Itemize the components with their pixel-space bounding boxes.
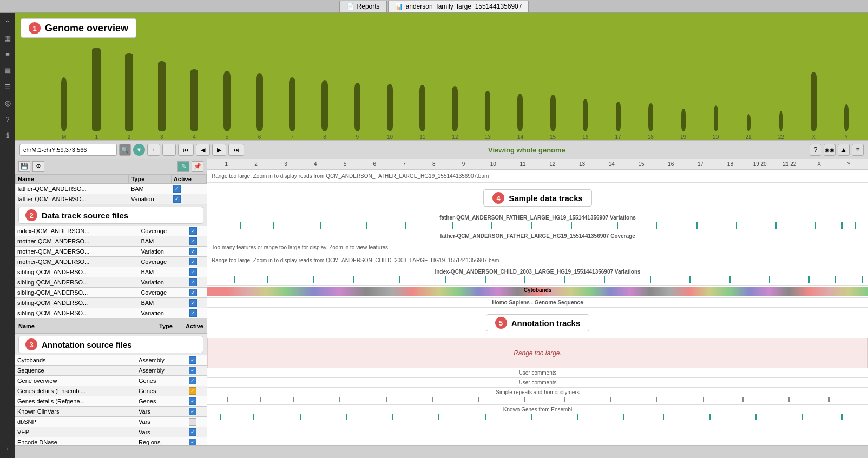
active-checkbox[interactable]: ✓	[189, 289, 197, 296]
table-row: sibling-QCM_ANDERSO... Coverage ✓	[15, 288, 207, 298]
chrom-10[interactable]: 10	[373, 84, 406, 140]
help-btn[interactable]: ?	[810, 144, 821, 156]
zoom-out-btn[interactable]: −	[162, 144, 175, 156]
go-next-btn[interactable]: ▶	[212, 144, 226, 156]
child-variation-ticks	[207, 275, 868, 284]
tab-bar: 📄 Reports 📊 anderson_family_large_155144…	[0, 0, 868, 13]
active-checkbox[interactable]: ✓	[189, 356, 196, 364]
chromosomes-area: M 1 2 3	[48, 40, 863, 140]
data-track-section-label: 2 Data track source files	[18, 207, 203, 224]
expand-btn[interactable]: ▲	[838, 144, 850, 156]
sidebar-icon-question[interactable]: ?	[2, 113, 14, 125]
location-input[interactable]	[19, 144, 117, 156]
active-checkbox[interactable]: ✓	[189, 439, 196, 445]
sidebar-icon-home[interactable]: ⌂	[2, 16, 14, 28]
sidebar-icon-chart[interactable]: ▦	[2, 32, 14, 44]
chrom-19[interactable]: 19	[667, 109, 699, 140]
active-checkbox[interactable]: ✓	[189, 367, 196, 374]
active-checkbox[interactable]: ✓	[189, 268, 197, 276]
ruler-mark: 17	[686, 161, 715, 167]
chrom-22[interactable]: 22	[765, 111, 797, 140]
chrom-12[interactable]: 12	[439, 86, 471, 140]
sidebar-icon-doc[interactable]: ≡	[2, 48, 14, 60]
chrom-3[interactable]: 3	[146, 61, 178, 140]
pin-btn[interactable]: 📌	[192, 161, 203, 172]
chrom-13[interactable]: 13	[471, 91, 504, 140]
active-checkbox[interactable]: ✓	[189, 408, 196, 415]
chrom-M[interactable]: M	[48, 77, 80, 140]
chrom-15[interactable]: 15	[537, 95, 569, 140]
active-checkbox[interactable]: ✓	[189, 387, 196, 395]
ruler-mark: 9	[449, 161, 478, 167]
ruler-mark: X	[804, 161, 834, 167]
ruler-mark: 13	[567, 161, 597, 167]
content-area: 1 Genome overview M 1 2	[15, 13, 868, 458]
chrom-1[interactable]: 1	[80, 48, 113, 140]
chrom-X[interactable]: X	[797, 72, 830, 140]
chrom-17[interactable]: 17	[602, 102, 634, 140]
known-genes-ensembl-track: Known Genes from Ensembl	[207, 405, 868, 422]
chrom-2[interactable]: 2	[113, 53, 145, 140]
sample-data-tracks-header: 4 Sample data tracks	[207, 183, 868, 213]
table-row: father-QCM_ANDERSO... BAM ✓	[16, 184, 207, 194]
table-row: Encode DNase Regions ✓	[15, 437, 207, 446]
sidebar-icon-info[interactable]: ℹ	[2, 129, 14, 141]
father-coverage-track: father-QCM_ANDERSON_FATHER_LARGE_HG19_15…	[207, 231, 868, 241]
active-checkbox[interactable]: ✓	[173, 185, 181, 193]
audio-btn[interactable]: ◉◉	[824, 144, 836, 156]
save-btn[interactable]: 💾	[18, 161, 30, 172]
active-checkbox[interactable]: ✓	[173, 195, 181, 203]
chrom-6[interactable]: 6	[243, 73, 275, 140]
chrom-18[interactable]: 18	[634, 103, 667, 140]
sidebar-icon-list[interactable]: ☰	[2, 81, 14, 92]
active-checkbox[interactable]: ✓	[189, 299, 197, 307]
data-track-table: Name Type Active father-QCM_ANDERSO... B…	[15, 174, 207, 204]
active-checkbox[interactable]: ✓	[189, 237, 197, 245]
chrom-4[interactable]: 4	[178, 69, 211, 140]
chrom-21[interactable]: 21	[732, 114, 765, 140]
chrom-16[interactable]: 16	[569, 99, 602, 140]
chrom-Y[interactable]: Y	[830, 104, 863, 140]
range-too-large-track: Range too large.	[207, 338, 868, 368]
dropdown-green-btn[interactable]: ▼	[133, 144, 145, 156]
too-many-features-track: Too many features or range too large for…	[207, 241, 868, 254]
active-checkbox[interactable]: ✓	[189, 227, 197, 235]
ruler-mark: 4	[300, 161, 330, 167]
active-checkbox[interactable]: ✓	[189, 428, 196, 436]
chrom-11[interactable]: 11	[406, 85, 439, 140]
sidebar-expand-btn[interactable]: ›	[6, 445, 9, 453]
chrom-8[interactable]: 8	[308, 80, 341, 140]
sidebar-icon-grid[interactable]: ▤	[2, 64, 14, 76]
tab-reports[interactable]: 📄 Reports	[339, 1, 387, 12]
table-row: mother-QCM_ANDERSO... Variation ✓	[15, 247, 207, 257]
chrom-9[interactable]: 9	[341, 83, 373, 140]
active-checkbox[interactable]: ✓	[189, 258, 197, 265]
go-end-btn[interactable]: ⏭	[228, 144, 244, 156]
search-dropdown-btn[interactable]: 🔍	[119, 144, 131, 156]
annotation-tracks-header: 5 Annotation tracks	[207, 308, 868, 338]
tab-anderson[interactable]: 📊 anderson_family_large_1551441356907	[388, 1, 529, 12]
active-checkbox[interactable]: ✓	[189, 397, 196, 405]
active-checkbox[interactable]: ✓	[189, 278, 197, 286]
active-checkbox[interactable]: ✓	[189, 248, 197, 255]
zoom-in-btn[interactable]: +	[147, 144, 160, 156]
ruler-mark: Y	[834, 161, 864, 167]
active-checkbox[interactable]: ✓	[189, 377, 196, 384]
active-checkbox[interactable]: ✓	[189, 309, 197, 317]
menu-btn[interactable]: ≡	[852, 144, 864, 156]
config-btn[interactable]: ⚙	[32, 161, 44, 172]
chrom-20[interactable]: 20	[700, 105, 732, 140]
go-prev-btn[interactable]: ◀	[196, 144, 210, 156]
left-panel: 💾 ⚙ ✎ 📌 Name Type Active	[15, 159, 207, 445]
ruler-marks: 1 2 3 4 5 6 7 8 9 10 11 12 13 14	[212, 161, 864, 167]
go-start-btn[interactable]: ⏮	[178, 144, 194, 156]
chrom-14[interactable]: 14	[504, 94, 536, 140]
chrom-5[interactable]: 5	[211, 71, 243, 140]
chrom-7[interactable]: 7	[276, 77, 308, 140]
edit-btn[interactable]: ✎	[177, 161, 189, 172]
ruler-mark: 6	[360, 161, 390, 167]
sidebar-icon-circle[interactable]: ◎	[2, 97, 14, 109]
ruler-mark: 2	[241, 161, 271, 167]
table-row: Genes details (Ensembl... Genes ✓	[15, 386, 207, 396]
inactive-checkbox[interactable]	[189, 418, 196, 426]
